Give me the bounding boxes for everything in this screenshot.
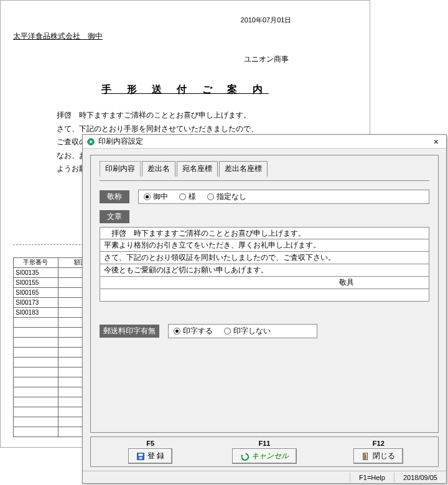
text-closing-input[interactable]: 敬具 xyxy=(100,277,429,289)
text-line-input[interactable]: 今後ともご愛顧のほど切にお願い申しあげます。 xyxy=(100,264,429,277)
postage-row: 郵送料印字有無 印字する 印字しない xyxy=(100,324,429,338)
honorific-row: 敬称 御中 様 指定なし xyxy=(100,190,429,204)
table-cell: SI00165 xyxy=(14,287,58,297)
f11-key-label: F11 xyxy=(259,440,271,447)
postage-option-print[interactable]: 印字する xyxy=(174,326,213,336)
close-icon[interactable]: × xyxy=(430,137,442,147)
text-line-input[interactable]: さて、下記のとおり領収証を同封いたしましたので、ご査収下さい。 xyxy=(100,252,429,264)
doc-title: 手 形 送 付 ご 案 内 xyxy=(13,83,357,96)
table-cell: SI00135 xyxy=(14,267,58,277)
cancel-button[interactable]: キャンセル xyxy=(232,448,297,464)
tab-sender-coords[interactable]: 差出名座標 xyxy=(219,161,268,177)
register-button[interactable]: 登 録 xyxy=(128,448,172,464)
status-bar: F1=Help 2018/09/05 xyxy=(83,471,446,483)
honorific-option-sama[interactable]: 様 xyxy=(179,192,196,202)
honorific-label: 敬称 xyxy=(100,190,129,203)
postage-label: 郵送料印字有無 xyxy=(100,325,159,338)
dialog-title: 印刷内容設定 xyxy=(98,136,143,147)
status-help: F1=Help xyxy=(350,473,394,483)
status-date: 2018/09/05 xyxy=(394,473,446,483)
app-icon xyxy=(86,137,95,146)
table-cell: SI00155 xyxy=(14,277,58,287)
button-bar: F5 登 録 F11 キャンセル F12 閉じる xyxy=(90,436,439,467)
text-section: 文章 拝啓 時下ますますご清祥のこととお喜び申し上げます。 平素より格別のお引き… xyxy=(100,210,429,302)
honorific-option-none[interactable]: 指定なし xyxy=(207,192,246,202)
tab-bar: 印刷内容 差出名 宛名座標 差出名座標 xyxy=(100,160,429,176)
tab-print-content[interactable]: 印刷内容 xyxy=(100,161,141,177)
text-line-input[interactable]: 拝啓 時下ますますご清祥のこととお喜び申し上げます。 xyxy=(100,227,429,239)
f5-key-label: F5 xyxy=(146,440,154,447)
honorific-option-onchuu[interactable]: 御中 xyxy=(144,192,168,202)
text-line-input[interactable] xyxy=(100,289,429,302)
postage-option-noprint[interactable]: 印字しない xyxy=(224,326,271,336)
door-icon xyxy=(362,452,370,461)
doc-date: 2010年07月01日 xyxy=(175,16,357,25)
print-settings-dialog: 印刷内容設定 × 印刷内容 差出名 宛名座標 差出名座標 敬称 御中 様 指定な… xyxy=(82,134,447,484)
svg-point-1 xyxy=(90,141,92,143)
titlebar: 印刷内容設定 × xyxy=(83,135,446,149)
table-cell: SI00173 xyxy=(14,297,58,307)
table-cell: SI00183 xyxy=(14,307,58,317)
close-button[interactable]: 閉じる xyxy=(353,448,403,464)
f12-key-label: F12 xyxy=(373,440,385,447)
save-icon xyxy=(136,452,145,461)
svg-rect-3 xyxy=(138,453,142,456)
doc-sender: ユニオン商事 xyxy=(175,54,357,65)
text-label: 文章 xyxy=(100,210,129,223)
svg-rect-4 xyxy=(139,456,142,459)
undo-icon xyxy=(240,452,249,461)
tab-sender-name[interactable]: 差出名 xyxy=(142,161,175,177)
svg-point-6 xyxy=(365,456,366,457)
doc-body-line: さて、下記のとおり手形を同封させていただきましたので、 xyxy=(57,122,320,136)
doc-body-line: 拝啓 時下ますますご清祥のこととお喜び申し上げます。 xyxy=(57,109,320,122)
tab-address-coords[interactable]: 宛名座標 xyxy=(177,161,218,177)
text-line-input[interactable]: 平素より格別のお引き立てをいただき、厚くお礼申し上げます。 xyxy=(100,239,429,252)
doc-recipient: 太平洋食品株式会社 御中 xyxy=(13,31,357,42)
col-header: 手形番号 xyxy=(14,257,58,267)
